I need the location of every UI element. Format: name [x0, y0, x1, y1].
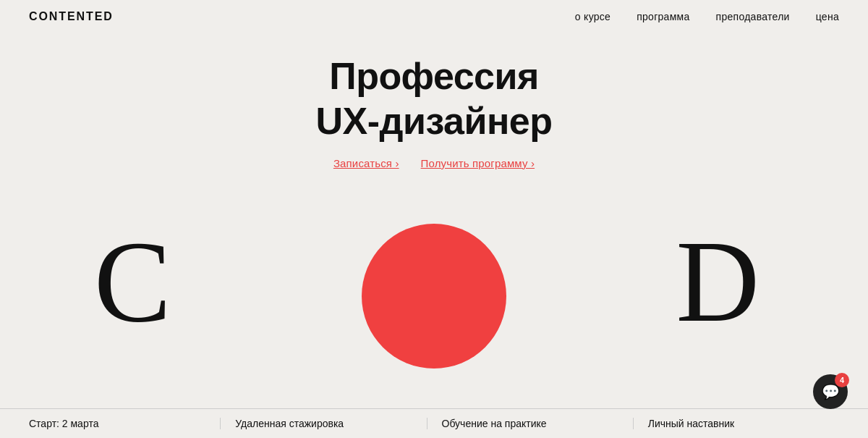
nav-item-teachers[interactable]: преподаватели — [716, 11, 790, 22]
hero-section: Профессия UX-дизайнер Записаться › Получ… — [0, 33, 868, 169]
bottom-item-practice: Обучение на практике — [427, 418, 634, 429]
red-circle-decoration — [362, 224, 506, 368]
hero-title: Профессия UX-дизайнер — [316, 54, 553, 144]
visual-section: C D — [0, 177, 868, 387]
logo[interactable]: CONTENTED — [29, 10, 114, 23]
bottom-item-internship: Удаленная стажировка — [221, 418, 427, 429]
bottom-bar: Старт: 2 марта Удаленная стажировка Обуч… — [0, 408, 868, 438]
chat-badge: 4 — [835, 373, 849, 387]
letter-d-decoration: D — [676, 224, 760, 340]
chat-widget[interactable]: 💬 4 — [813, 374, 848, 409]
bottom-item-mentor: Личный наставник — [634, 418, 839, 429]
program-link[interactable]: Получить программу › — [421, 157, 535, 169]
main-nav: о курсе программа преподаватели цена — [575, 11, 839, 22]
nav-item-about[interactable]: о курсе — [575, 11, 610, 22]
hero-links: Записаться › Получить программу › — [333, 157, 535, 169]
nav-item-program[interactable]: программа — [637, 11, 689, 22]
letter-c-decoration: C — [94, 224, 171, 340]
signup-link[interactable]: Записаться › — [333, 157, 399, 169]
nav-item-price[interactable]: цена — [816, 11, 839, 22]
bottom-item-start: Старт: 2 марта — [29, 418, 221, 429]
